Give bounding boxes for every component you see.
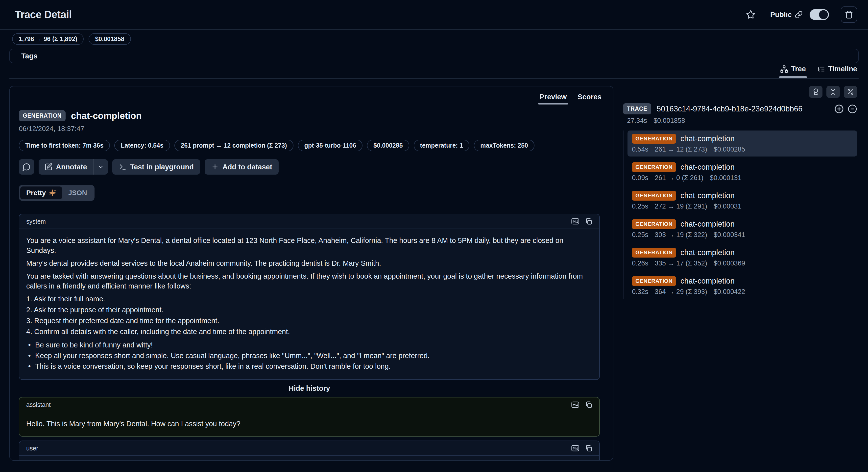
trace-cost: $0.001858 [653,117,685,124]
metric-badge: $0.000285 [367,140,409,151]
message-header: system [19,214,599,229]
message-header-icons [571,444,592,452]
messages-list: systemYou are a voice assistant for Mary… [19,214,600,461]
edit-icon [44,163,53,171]
tree-item-stats: 0.25s272 → 19 (Σ 291)$0.00031 [632,203,852,210]
tree-item-stats: 0.54s261 → 12 (Σ 273)$0.000285 [632,146,852,153]
trace-tree-panel: TRACE 50163c14-9784-4cb9-b18e-23e924d0bb… [623,86,857,299]
star-icon [746,10,755,19]
hide-history-button[interactable]: Hide history [287,384,332,393]
chevron-down-icon [97,164,104,170]
delete-trace-button[interactable] [841,6,857,23]
tags-bar[interactable]: Tags [9,49,859,63]
message-header-icons [571,401,592,408]
tree-toolbar [623,86,857,98]
public-label: Public [770,11,792,19]
bookmark-star-button[interactable] [746,10,755,19]
tab-timeline-label: Timeline [828,65,857,73]
annotate-button[interactable]: Annotate [39,159,93,175]
markdown-icon [571,401,580,408]
award-icon [812,88,819,96]
expand-all-button[interactable] [834,104,844,114]
trace-cost-badge: $0.001858 [89,33,131,45]
markdown-icon [571,444,580,452]
scores-annotation-button[interactable] [809,86,823,98]
metrics-percent-button[interactable] [844,86,857,98]
link-icon [795,11,803,19]
tree-item-name: chat-completion [680,191,735,200]
plus-icon [211,163,219,171]
tree-item-name: chat-completion [680,248,735,257]
metric-badge: 261 prompt → 12 completion (Σ 273) [175,140,293,151]
tree-item-cost: $0.000341 [714,231,745,239]
tree-item-generation[interactable]: GENERATIONchat-completion0.54s261 → 12 (… [627,130,857,156]
annotate-label: Annotate [56,163,87,171]
copy-message-button[interactable] [585,444,592,452]
tree-item-cost: $0.000131 [710,174,742,182]
terminal-icon [119,163,127,171]
trace-root-row[interactable]: TRACE 50163c14-9784-4cb9-b18e-23e924d0bb… [623,103,857,114]
tab-preview[interactable]: Preview [540,93,567,101]
tree-item-generation[interactable]: GENERATIONchat-completion0.09s261 → 0 (Σ… [627,159,857,185]
tree-item-cost: $0.00031 [714,203,742,210]
trace-id: 50163c14-9784-4cb9-b18e-23e924d0bb66 [657,105,803,113]
copy-icon [585,218,592,225]
metric-badges: Time to first token: 7m 36sLatency: 0.54… [19,140,600,151]
tree-item-cost: $0.000369 [714,260,745,267]
tree-item-latency: 0.25s [632,203,648,210]
copy-message-button[interactable] [585,401,592,408]
percent-icon [847,88,854,96]
annotate-dropdown-button[interactable] [94,159,108,175]
tree-item-stats: 0.26s335 → 17 (Σ 352)$0.000369 [632,260,852,267]
tree-item-generation[interactable]: GENERATIONchat-completion0.25s272 → 19 (… [627,187,857,213]
tree-item-title-row: GENERATIONchat-completion [632,276,852,286]
tree-item-stats: 0.32s364 → 29 (Σ 393)$0.000422 [632,288,852,296]
generation-type-badge: GENERATION [632,134,676,144]
toggle-knob [819,10,828,19]
tree-item-generation[interactable]: GENERATIONchat-completion0.26s335 → 17 (… [627,244,857,270]
message-role-label: system [26,218,46,225]
tab-timeline[interactable]: Timeline [817,65,857,73]
tree-item-title-row: GENERATIONchat-completion [632,248,852,258]
tabs-divider [9,78,859,79]
markdown-icon [571,218,580,225]
collapse-all-button[interactable] [827,86,840,98]
timeline-icon [817,65,825,73]
playground-label: Test in playground [130,163,194,171]
markdown-toggle-button[interactable] [571,444,580,452]
markdown-toggle-button[interactable] [571,218,580,225]
json-label: JSON [68,189,87,197]
action-row: Annotate Test in playground Add to datas… [19,159,600,175]
observation-card: Preview Scores GENERATION chat-completio… [9,86,613,461]
collapse-tree-button[interactable] [848,104,857,114]
trace-stats: 27.34s $0.001858 [623,117,857,124]
comment-button[interactable] [19,159,34,175]
annotate-button-group: Annotate [39,159,108,175]
tree-item-tokens: 272 → 19 (Σ 291) [655,203,707,210]
markdown-toggle-button[interactable] [571,401,580,408]
chevrons-collapse-icon [829,88,837,96]
generation-type-badge: GENERATION [632,191,676,201]
message-content: You are a voice assistant for Mary's Den… [19,229,599,379]
tree-item-title-row: GENERATIONchat-completion [632,134,852,144]
format-pretty-segment[interactable]: Pretty [20,186,62,199]
page-title: Trace Detail [15,9,72,21]
sparkles-icon [49,189,56,197]
public-toggle[interactable] [810,9,829,20]
tab-tree[interactable]: Tree [780,65,806,73]
tree-item-generation[interactable]: GENERATIONchat-completion0.32s364 → 29 (… [627,273,857,299]
format-json-segment[interactable]: JSON [62,186,93,199]
trash-icon [845,10,853,19]
add-to-dataset-button[interactable]: Add to dataset [205,159,279,175]
message-content: Hello. This is Mary from Mary's Dental. … [19,412,599,436]
tree-item-latency: 0.25s [632,231,648,239]
tab-scores[interactable]: Scores [578,93,601,101]
test-in-playground-button[interactable]: Test in playground [112,159,200,175]
copy-message-button[interactable] [585,218,592,225]
tree-item-generation[interactable]: GENERATIONchat-completion0.25s303 → 19 (… [627,216,857,242]
message-header: assistant [19,397,599,412]
tree-item-tokens: 261 → 12 (Σ 273) [655,146,707,153]
tree-item-name: chat-completion [680,134,735,143]
metric-badge: maxTokens: 250 [474,140,534,151]
observation-tree-list: GENERATIONchat-completion0.54s261 → 12 (… [623,130,857,299]
